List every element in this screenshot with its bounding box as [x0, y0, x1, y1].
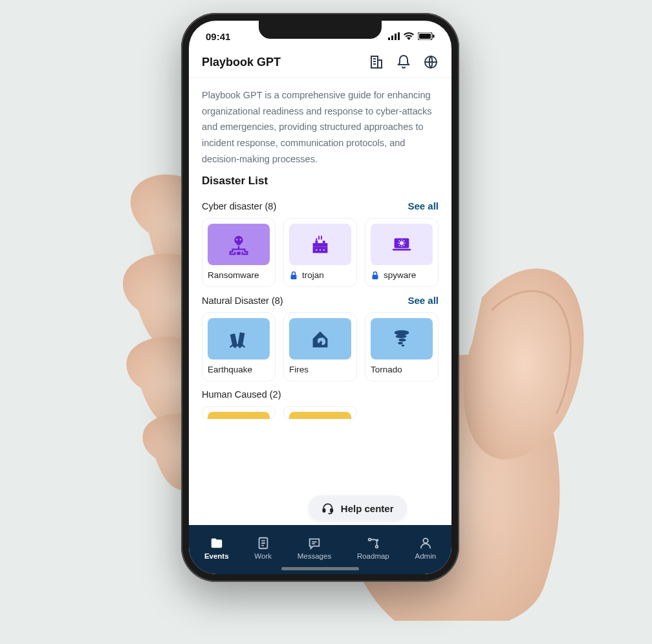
card-label: Fires [289, 365, 309, 374]
house-fire-icon [308, 327, 332, 351]
category-cyber-label: Cyber disaster (8) [202, 201, 276, 211]
svg-point-20 [400, 241, 404, 245]
cellular-icon [388, 32, 400, 40]
intro-text: Playbook GPT is a comprehensive guide fo… [202, 87, 439, 167]
svg-point-10 [236, 239, 238, 241]
nav-messages[interactable]: Messages [298, 536, 331, 560]
svg-rect-13 [237, 252, 241, 255]
nav-admin[interactable]: Admin [415, 536, 437, 560]
disaster-list-title: Disaster List [202, 175, 439, 188]
battery-icon [418, 32, 435, 40]
document-icon [256, 536, 270, 550]
card-ransomware[interactable]: Ransomware [202, 218, 276, 287]
svg-rect-17 [291, 275, 297, 279]
tornado-icon [389, 327, 414, 351]
svg-point-11 [239, 239, 241, 241]
category-human-label: Human Caused (2) [202, 389, 281, 400]
svg-rect-19 [393, 249, 411, 251]
nav-events[interactable]: Events [204, 536, 229, 560]
svg-point-16 [323, 250, 325, 251]
card-human-1[interactable] [202, 406, 276, 419]
cyber-row[interactable]: Ransomware trojan [202, 218, 439, 287]
svg-point-28 [398, 342, 403, 345]
svg-rect-0 [388, 38, 390, 40]
svg-rect-5 [419, 34, 431, 39]
headset-icon [321, 502, 334, 515]
nav-roadmap[interactable]: Roadmap [357, 536, 389, 560]
svg-point-36 [423, 538, 428, 542]
message-icon [307, 536, 321, 550]
svg-point-25 [395, 330, 409, 336]
svg-point-35 [376, 539, 378, 541]
roadmap-icon [366, 536, 380, 550]
card-label: Earthquake [208, 365, 252, 374]
svg-point-14 [316, 250, 317, 251]
card-label: Tornado [371, 365, 402, 374]
svg-rect-30 [323, 509, 325, 512]
status-time: 09:41 [206, 31, 230, 42]
phone-notch [259, 21, 382, 39]
svg-point-29 [402, 345, 405, 347]
human-row[interactable] [202, 406, 439, 419]
card-earthquake[interactable]: Earthquake [202, 312, 276, 381]
help-center-button[interactable]: Help center [309, 495, 407, 521]
phone-frame: 09:41 Playbook GPT Playbook GPT is a com… [181, 13, 459, 582]
card-fires[interactable]: Fires [283, 312, 357, 381]
card-label: spyware [384, 270, 416, 280]
svg-point-15 [320, 250, 321, 251]
app-header: Playbook GPT [189, 45, 451, 78]
bell-icon[interactable] [396, 54, 411, 70]
svg-rect-23 [230, 334, 237, 347]
building-icon[interactable] [369, 54, 384, 70]
castle-icon [308, 232, 332, 257]
skull-network-icon [226, 232, 251, 257]
card-spyware[interactable]: spyware [365, 218, 439, 287]
folder-icon [210, 536, 224, 550]
help-center-label: Help center [341, 503, 394, 514]
lock-icon [371, 271, 380, 280]
laptop-bug-icon [389, 232, 414, 257]
lock-icon [289, 271, 298, 280]
svg-rect-12 [237, 243, 241, 245]
globe-icon[interactable] [423, 54, 439, 70]
card-tornado[interactable]: Tornado [365, 312, 439, 381]
svg-point-26 [396, 335, 407, 339]
card-human-2[interactable] [283, 406, 357, 419]
card-trojan[interactable]: trojan [283, 218, 357, 287]
app-title: Playbook GPT [202, 56, 281, 69]
svg-rect-6 [433, 35, 435, 38]
svg-rect-31 [331, 509, 332, 512]
person-icon [418, 536, 433, 550]
card-label: Ransomware [208, 270, 259, 280]
svg-rect-21 [373, 275, 378, 279]
svg-rect-1 [391, 36, 393, 40]
earthquake-icon [226, 327, 251, 351]
home-indicator[interactable] [281, 567, 359, 570]
svg-rect-3 [398, 32, 400, 40]
svg-rect-24 [237, 332, 244, 347]
svg-point-34 [375, 545, 378, 548]
card-label: trojan [302, 270, 324, 280]
natural-row[interactable]: Earthquake Fires Tornado [202, 312, 439, 381]
see-all-natural[interactable]: See all [408, 295, 439, 306]
category-natural-label: Natural Disaster (8) [202, 295, 283, 306]
see-all-cyber[interactable]: See all [408, 200, 439, 211]
nav-work[interactable]: Work [254, 536, 272, 560]
bottom-nav: Events Work Messages Roadmap Admin [189, 525, 451, 574]
svg-point-33 [368, 538, 371, 541]
wifi-icon [404, 32, 414, 40]
svg-point-27 [398, 339, 406, 342]
svg-point-9 [234, 236, 243, 244]
svg-rect-2 [395, 34, 397, 40]
